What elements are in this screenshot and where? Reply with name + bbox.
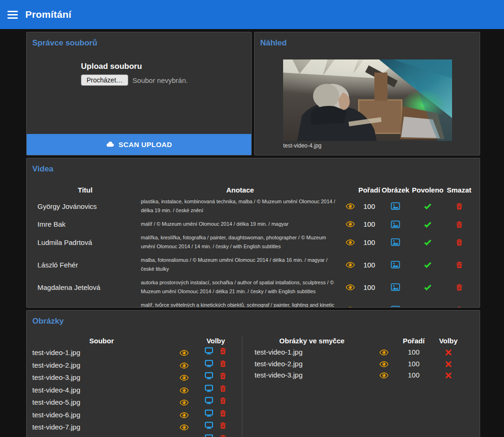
videos-table-body: György Jovánovics plastika, instalace, k… bbox=[32, 195, 474, 308]
file-row: test-video-3.jpg bbox=[32, 371, 234, 384]
x-icon[interactable] bbox=[445, 361, 452, 368]
video-annotation: malíř / © Muzeum umění Olomouc 2014 / dé… bbox=[138, 217, 342, 231]
eye-icon[interactable] bbox=[346, 238, 355, 247]
trash-icon[interactable] bbox=[455, 221, 463, 229]
eye-icon[interactable] bbox=[180, 373, 189, 382]
check-icon[interactable] bbox=[424, 220, 432, 229]
loop-file-name: test-video-3.jpg bbox=[255, 370, 369, 381]
video-title: György Jovánovics bbox=[32, 200, 138, 213]
trash-icon[interactable] bbox=[455, 306, 463, 308]
video-row: Imre Bak malíř / © Muzeum umění Olomouc … bbox=[32, 217, 474, 231]
file-input[interactable]: Procházet… Soubor nevybrán. bbox=[81, 74, 251, 86]
video-annotation: plastika, instalace, kombinovaná technik… bbox=[138, 195, 342, 217]
trash-icon[interactable] bbox=[219, 385, 227, 393]
loop-row: test-video-3.jpg 100 bbox=[255, 370, 474, 381]
loop-order: 100 bbox=[398, 347, 429, 358]
video-order: 100 bbox=[358, 220, 380, 228]
monitor-icon[interactable] bbox=[205, 347, 213, 356]
monitor-icon[interactable] bbox=[205, 409, 213, 418]
check-icon[interactable] bbox=[424, 283, 432, 291]
images-files-table: Soubor Volby test-video-1.jpg bbox=[32, 335, 242, 437]
col-options: Volby bbox=[429, 335, 467, 347]
hamburger-menu-icon[interactable] bbox=[7, 11, 18, 19]
col-options: Volby bbox=[197, 335, 234, 347]
monitor-icon[interactable] bbox=[205, 421, 213, 430]
check-icon[interactable] bbox=[424, 260, 432, 269]
eye-icon[interactable] bbox=[346, 202, 355, 211]
trash-icon[interactable] bbox=[219, 434, 227, 437]
monitor-icon[interactable] bbox=[205, 359, 213, 368]
monitor-icon[interactable] bbox=[205, 384, 213, 393]
video-row: László Fehér malba, fotorealismus / © Mu… bbox=[32, 253, 474, 276]
x-icon[interactable] bbox=[445, 349, 452, 356]
scan-upload-label: SCAN UPLOAD bbox=[118, 141, 172, 148]
videos-title: Videa bbox=[32, 158, 474, 174]
trash-icon[interactable] bbox=[219, 422, 227, 430]
loop-file-name: test-video-1.jpg bbox=[255, 347, 369, 358]
video-row: Magdalena Jetelová autorka prostorových … bbox=[32, 276, 474, 298]
eye-icon[interactable] bbox=[180, 386, 189, 395]
file-row: test-video-8.jpg bbox=[32, 434, 234, 437]
videos-panel: Videa Titul Anotace Pořadí Obrázek Povol… bbox=[26, 158, 480, 308]
col-preview bbox=[342, 189, 358, 191]
loop-table-header: Obrázky ve smyčce Pořadí Volby bbox=[255, 335, 474, 347]
file-row: test-video-1.jpg bbox=[32, 347, 234, 359]
check-icon[interactable] bbox=[424, 305, 432, 308]
eye-icon[interactable] bbox=[180, 423, 189, 432]
file-name: test-video-2.jpg bbox=[32, 360, 171, 371]
eye-icon[interactable] bbox=[346, 260, 355, 269]
trash-icon[interactable] bbox=[219, 409, 227, 417]
preview-wrap: test-video-4.jpg bbox=[283, 59, 452, 149]
loop-file-name: test-video-2.jpg bbox=[255, 358, 369, 370]
file-manager-panel: Správce souborů Upload souboru Procházet… bbox=[26, 32, 252, 156]
video-order: 100 bbox=[358, 238, 380, 246]
monitor-icon[interactable] bbox=[205, 434, 213, 437]
file-name: test-video-8.jpg bbox=[32, 434, 171, 437]
eye-icon[interactable] bbox=[180, 361, 189, 370]
trash-icon[interactable] bbox=[219, 360, 227, 368]
eye-icon[interactable] bbox=[180, 348, 189, 357]
preview-caption: test-video-4.jpg bbox=[283, 142, 452, 149]
video-title: Magdalena Jetelová bbox=[32, 281, 138, 294]
eye-icon[interactable] bbox=[380, 348, 388, 357]
monitor-icon[interactable] bbox=[205, 396, 213, 405]
file-name: test-video-5.jpg bbox=[32, 397, 171, 408]
image-icon[interactable] bbox=[391, 220, 400, 229]
image-icon[interactable] bbox=[391, 282, 400, 292]
cloud-upload-icon bbox=[106, 140, 115, 149]
monitor-icon[interactable] bbox=[205, 371, 213, 380]
image-icon[interactable] bbox=[391, 305, 400, 308]
eye-icon[interactable] bbox=[180, 398, 189, 407]
x-icon[interactable] bbox=[445, 372, 452, 379]
preview-image bbox=[283, 59, 452, 141]
image-icon[interactable] bbox=[391, 260, 400, 269]
eye-icon[interactable] bbox=[380, 360, 388, 369]
trash-icon[interactable] bbox=[455, 283, 463, 291]
file-name: test-video-1.jpg bbox=[32, 347, 171, 359]
col-enabled: Povoleno bbox=[410, 185, 445, 195]
eye-icon[interactable] bbox=[346, 283, 355, 292]
trash-icon[interactable] bbox=[219, 347, 227, 355]
trash-icon[interactable] bbox=[455, 238, 463, 246]
image-icon[interactable] bbox=[391, 201, 400, 211]
eye-icon[interactable] bbox=[346, 305, 355, 308]
eye-icon[interactable] bbox=[346, 220, 355, 229]
col-delete: Smazat bbox=[445, 185, 473, 195]
col-file: Soubor bbox=[32, 335, 171, 347]
file-name: test-video-4.jpg bbox=[32, 385, 171, 396]
file-row: test-video-7.jpg bbox=[32, 421, 234, 434]
image-icon[interactable] bbox=[391, 237, 400, 247]
loop-order: 100 bbox=[398, 370, 429, 381]
file-name: test-video-7.jpg bbox=[32, 422, 171, 433]
trash-icon[interactable] bbox=[455, 202, 463, 210]
browse-button[interactable]: Procházet… bbox=[81, 74, 128, 86]
eye-icon[interactable] bbox=[180, 411, 189, 420]
check-icon[interactable] bbox=[424, 202, 432, 210]
trash-icon[interactable] bbox=[219, 372, 227, 380]
videos-table-header: Titul Anotace Pořadí Obrázek Povoleno Sm… bbox=[32, 185, 474, 195]
trash-icon[interactable] bbox=[455, 261, 463, 269]
trash-icon[interactable] bbox=[219, 397, 227, 405]
scan-upload-button[interactable]: SCAN UPLOAD bbox=[27, 134, 251, 155]
eye-icon[interactable] bbox=[380, 371, 388, 380]
check-icon[interactable] bbox=[424, 238, 432, 246]
